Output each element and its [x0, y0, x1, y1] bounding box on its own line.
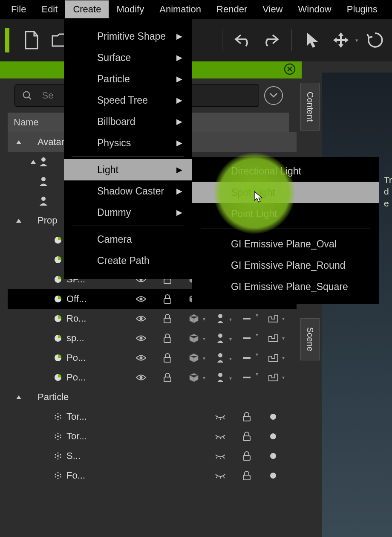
- menu-item-dummy[interactable]: Dummy▶: [64, 202, 192, 223]
- tree-row[interactable]: Tor...: [8, 407, 297, 427]
- menu-item-directional-light[interactable]: Directional Light: [192, 160, 379, 182]
- lock-toggle-icon[interactable]: [154, 294, 181, 304]
- menubar-item-file[interactable]: File: [3, 0, 34, 18]
- emitter-icon[interactable]: [260, 452, 286, 460]
- redo-button[interactable]: [259, 28, 283, 52]
- lock-toggle-icon[interactable]: [233, 412, 260, 422]
- lock-toggle-icon[interactable]: [154, 333, 181, 343]
- menubar-item-animation[interactable]: Animation: [152, 0, 209, 18]
- visibility-toggle-icon[interactable]: [207, 433, 233, 439]
- select-tool-button[interactable]: [300, 28, 324, 52]
- tree-row[interactable]: Po...▾▾▾▾: [8, 348, 297, 368]
- menu-item-particle[interactable]: Particle▶: [64, 68, 192, 90]
- rotate-tool-button[interactable]: [363, 28, 387, 52]
- menu-item-gi-emissive-plane-oval[interactable]: GI Emissive Plane_Oval: [192, 233, 379, 255]
- visibility-toggle-icon[interactable]: [128, 354, 154, 362]
- menu-item-camera[interactable]: Camera: [64, 229, 192, 250]
- menu-item-label: Camera: [97, 234, 132, 245]
- menubar-item-create[interactable]: Create: [65, 0, 109, 18]
- expand-toggle-icon[interactable]: [14, 218, 23, 223]
- new-file-button[interactable]: [20, 28, 43, 52]
- filter-dropdown-button[interactable]: [264, 86, 283, 105]
- collision-icon[interactable]: ▾: [260, 334, 286, 343]
- menu-item-spot-light[interactable]: Spot Light: [192, 182, 379, 203]
- dropdown-icon[interactable]: ▾: [355, 37, 358, 44]
- mesh-icon[interactable]: ▾: [181, 333, 207, 343]
- link-icon[interactable]: ▾: [233, 376, 260, 379]
- lock-toggle-icon[interactable]: [233, 470, 260, 481]
- light-submenu[interactable]: Directional LightSpot LightPoint LightGI…: [192, 157, 379, 304]
- visibility-toggle-icon[interactable]: [207, 453, 233, 459]
- close-icon[interactable]: [284, 63, 296, 77]
- menu-item-label: Primitive Shape: [97, 31, 166, 42]
- tree-row[interactable]: S...: [8, 446, 297, 466]
- link-icon[interactable]: ▾: [233, 337, 260, 340]
- tree-row[interactable]: Ro...▾▾▾▾: [8, 309, 297, 328]
- menu-item-speed-tree[interactable]: Speed Tree▶: [64, 90, 192, 111]
- tree-row[interactable]: Particle: [8, 387, 297, 407]
- emitter-icon[interactable]: [260, 413, 286, 421]
- search-icon: [22, 90, 33, 102]
- tree-row[interactable]: Tor...: [8, 427, 297, 446]
- visibility-toggle-icon[interactable]: [128, 295, 154, 303]
- link-icon[interactable]: ▾: [233, 317, 260, 320]
- menu-item-light[interactable]: Light▶: [64, 159, 192, 180]
- move-tool-button[interactable]: [329, 28, 352, 52]
- menu-item-shadow-caster[interactable]: Shadow Caster▶: [64, 180, 192, 202]
- menu-item-physics[interactable]: Physics▶: [64, 132, 192, 154]
- menubar-item-edit[interactable]: Edit: [34, 0, 65, 18]
- link-icon[interactable]: ▾: [233, 357, 260, 359]
- lock-toggle-icon[interactable]: [154, 372, 181, 383]
- undo-button[interactable]: [231, 28, 254, 52]
- visibility-toggle-icon[interactable]: [128, 374, 154, 381]
- visibility-toggle-icon[interactable]: [207, 414, 233, 420]
- collision-icon[interactable]: ▾: [260, 353, 286, 363]
- menubar-item-view[interactable]: View: [255, 0, 290, 18]
- actor-icon[interactable]: ▾: [207, 313, 233, 324]
- tab-scene[interactable]: Scene: [300, 318, 320, 360]
- svg-point-47: [60, 415, 61, 416]
- submenu-arrow-icon: ▶: [176, 53, 182, 62]
- menu-item-point-light[interactable]: Point Light: [192, 203, 379, 224]
- lock-toggle-icon[interactable]: [233, 451, 260, 461]
- menu-item-surface[interactable]: Surface▶: [64, 47, 192, 68]
- tree-row[interactable]: Fo...: [8, 466, 297, 485]
- create-menu[interactable]: Primitive Shape▶Surface▶Particle▶Speed T…: [64, 19, 192, 279]
- menu-item-gi-emissive-plane-square[interactable]: GI Emissive Plane_Square: [192, 276, 379, 297]
- actor-icon[interactable]: ▾: [207, 333, 233, 344]
- lock-toggle-icon[interactable]: [154, 313, 181, 324]
- actor-icon[interactable]: ▾: [207, 352, 233, 363]
- visibility-toggle-icon[interactable]: [128, 315, 154, 322]
- viewport[interactable]: Tr d e: [322, 73, 392, 537]
- actor-icon[interactable]: ▾: [207, 372, 233, 383]
- visibility-toggle-icon[interactable]: [128, 334, 154, 342]
- svg-point-60: [55, 434, 56, 435]
- menubar-item-window[interactable]: Window: [291, 0, 339, 18]
- lock-toggle-icon[interactable]: [154, 353, 181, 363]
- menu-item-billboard[interactable]: Billboard▶: [64, 111, 192, 132]
- mesh-icon[interactable]: ▾: [181, 372, 207, 383]
- collision-icon[interactable]: ▾: [260, 373, 286, 382]
- expand-toggle-icon[interactable]: [14, 395, 23, 400]
- menu-item-gi-emissive-plane-round[interactable]: GI Emissive Plane_Round: [192, 255, 379, 276]
- visibility-toggle-icon[interactable]: [207, 473, 233, 479]
- expand-toggle-icon[interactable]: [14, 139, 23, 145]
- menubar-item-modify[interactable]: Modify: [109, 0, 152, 18]
- svg-point-57: [60, 437, 61, 438]
- tree-row[interactable]: sp...▾▾▾▾: [8, 328, 297, 348]
- menubar-item-render[interactable]: Render: [209, 0, 255, 18]
- menu-item-primitive-shape[interactable]: Primitive Shape▶: [64, 26, 192, 47]
- tree-row[interactable]: Po...▾▾▾▾: [8, 368, 297, 387]
- menubar-item-plugins[interactable]: Plugins: [339, 0, 385, 18]
- emitter-icon[interactable]: [260, 472, 286, 479]
- toolbar-separator: [291, 29, 292, 51]
- collision-icon[interactable]: ▾: [260, 314, 286, 323]
- lock-toggle-icon[interactable]: [233, 431, 260, 441]
- mesh-icon[interactable]: ▾: [181, 353, 207, 363]
- tab-content[interactable]: Content: [300, 83, 320, 131]
- submenu-arrow-icon: ▶: [176, 74, 182, 84]
- emitter-icon[interactable]: [260, 433, 286, 440]
- mesh-icon[interactable]: ▾: [181, 313, 207, 324]
- menu-item-create-path[interactable]: Create Path: [64, 250, 192, 271]
- expand-toggle-icon[interactable]: [29, 159, 37, 164]
